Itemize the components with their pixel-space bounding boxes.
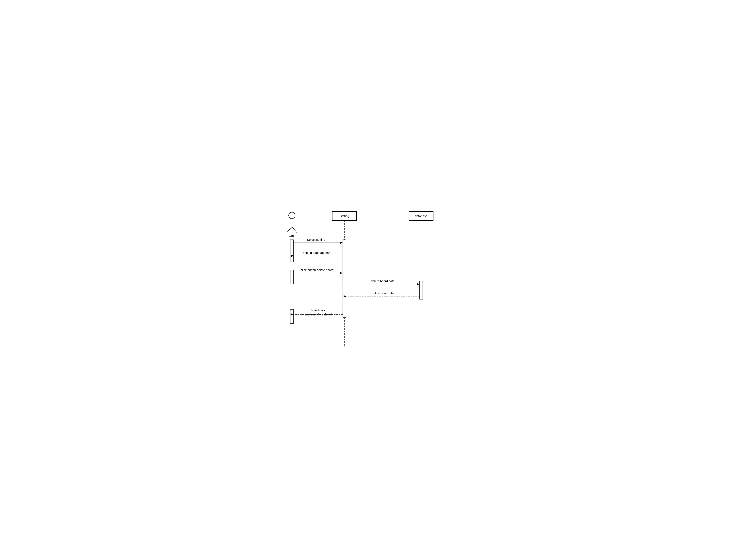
msg-delete-board-data-label: delete board data	[371, 279, 394, 283]
admin-activation-1	[290, 240, 293, 262]
msg-delete-boar-data-label: delete boar data	[372, 291, 394, 295]
msg-setting-page-label: setting page appears	[303, 251, 331, 254]
admin-activation-3	[290, 309, 293, 324]
setting-activation	[343, 240, 346, 317]
admin-activation-2	[290, 270, 293, 284]
admin-head	[289, 212, 295, 219]
setting-label: Setting	[340, 214, 349, 218]
admin-right-leg	[292, 227, 297, 233]
database-label: database	[415, 214, 427, 218]
msg-click-delete-label: click button delete board	[301, 268, 333, 272]
sequence-diagram: Admin Setting database Select setting se…	[276, 209, 457, 351]
admin-left-leg	[287, 227, 292, 233]
msg-select-setting-label: Select setting	[307, 238, 325, 241]
msg-success-delete-label-1: board data	[311, 309, 325, 312]
msg-success-delete-label-2: successfully deleted	[304, 313, 331, 316]
database-activation	[420, 281, 423, 299]
